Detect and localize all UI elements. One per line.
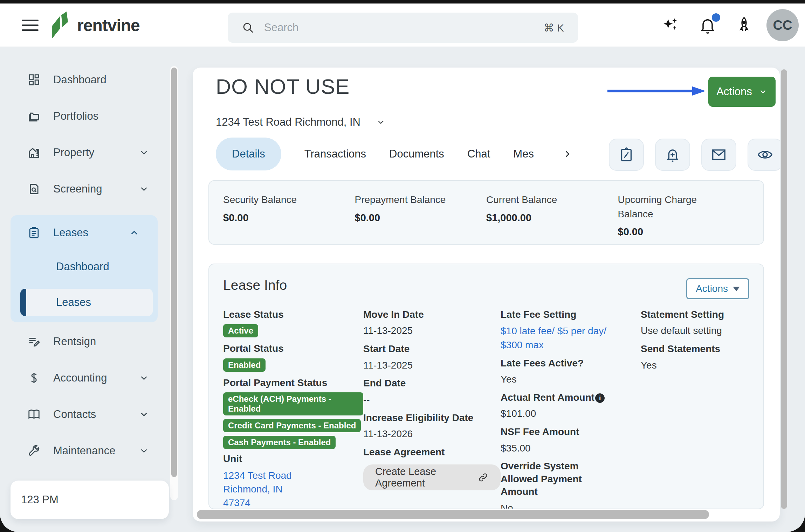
dollar-icon xyxy=(27,371,41,385)
user-avatar[interactable]: CC xyxy=(766,9,799,41)
sidebar-item-portfolios[interactable]: Portfolios xyxy=(0,106,182,126)
lease-info-actions-button[interactable]: Actions xyxy=(686,278,749,299)
rentvine-logo: rentvine xyxy=(50,10,140,41)
link-icon xyxy=(477,472,489,483)
sidebar-item-label: Contacts xyxy=(53,408,96,421)
search-input[interactable]: Search ⌘ K xyxy=(228,13,578,43)
property-home-icon xyxy=(27,146,41,159)
app-window: rentvine Search ⌘ K CC Dashboard Port xyxy=(0,4,805,532)
sidebar-item-label: Leases xyxy=(53,226,88,239)
tab-bar: Details Transactions Documents Chat Mes xyxy=(216,138,573,170)
email-button[interactable] xyxy=(701,139,736,171)
field-label: End Date xyxy=(363,377,501,390)
preview-eye-button[interactable] xyxy=(748,139,780,171)
balance-value: $0.00 xyxy=(355,212,487,224)
tab-transactions[interactable]: Transactions xyxy=(304,148,366,160)
field-label: Move In Date xyxy=(363,308,501,321)
chevron-down-icon xyxy=(139,147,149,158)
ai-sparkles-icon[interactable] xyxy=(661,15,681,35)
lease-info-column-2: Move In Date 11-13-2025 Start Date 11-13… xyxy=(363,308,501,490)
balance-label: Prepayment Balance xyxy=(355,193,487,207)
annotation-arrow xyxy=(607,85,706,97)
sidebar-group-leases: Leases Dashboard Leases xyxy=(11,215,158,322)
tab-documents[interactable]: Documents xyxy=(389,148,444,160)
balance-value: $0.00 xyxy=(618,226,750,238)
sidebar-item-label: Dashboard xyxy=(53,74,106,86)
sidebar-subitem-leases-leases[interactable]: Leases xyxy=(20,289,153,316)
field-value: 11-13-2026 xyxy=(363,427,501,441)
horizontal-scrollbar[interactable] xyxy=(195,510,777,520)
balance-item: Upcoming Charge Balance $0.00 xyxy=(618,193,750,232)
sidebar-item-label: Accounting xyxy=(53,372,107,384)
balance-label: Current Balance xyxy=(486,193,618,207)
late-fee-setting-link[interactable]: $10 late fee/ $5 per day/ $300 max xyxy=(501,324,620,351)
field-value: Use default setting xyxy=(641,324,749,337)
balances-summary: Security Balance $0.00 Prepayment Balanc… xyxy=(208,180,764,245)
field-value: No xyxy=(501,502,641,510)
sidebar-scrollbar-thumb[interactable] xyxy=(171,68,177,477)
avatar-initials: CC xyxy=(773,18,792,33)
create-lease-agreement-label: Create Lease Agreement xyxy=(375,466,470,489)
tab-messages-truncated[interactable]: Mes xyxy=(513,148,539,160)
lease-info-grid: Lease Status Active Portal Status Enable… xyxy=(223,308,749,509)
vertical-scrollbar[interactable] xyxy=(780,69,787,510)
chevron-down-icon xyxy=(139,409,149,420)
sidebar-item-property[interactable]: Property xyxy=(0,142,182,163)
lease-info-column-1: Lease Status Active Portal Status Enable… xyxy=(223,308,363,509)
sidebar-item-label: Rentsign xyxy=(53,335,96,348)
lease-info-column-4: Statement Setting Use default setting Se… xyxy=(641,308,749,377)
clipboard-pencil-icon xyxy=(618,147,634,163)
notification-dot xyxy=(712,13,720,22)
balance-item: Prepayment Balance $0.00 xyxy=(355,193,487,232)
chevron-down-icon xyxy=(139,446,149,456)
lease-info-column-3: Late Fee Setting $10 late fee/ $5 per da… xyxy=(501,308,641,509)
sidebar-item-rentsign[interactable]: Rentsign xyxy=(0,331,182,352)
field-label: Override System Allowed Payment Amount xyxy=(501,460,588,498)
field-label: Unit xyxy=(223,453,363,465)
rentvine-logo-icon xyxy=(50,12,72,39)
page-actions-button[interactable]: Actions xyxy=(708,77,776,107)
sidebar-item-screening[interactable]: Screening xyxy=(0,179,182,199)
balance-label: Upcoming Charge Balance xyxy=(618,193,702,221)
actions-button-label: Actions xyxy=(696,283,728,294)
tab-details[interactable]: Details xyxy=(216,138,281,170)
notifications-bell-icon[interactable] xyxy=(698,15,717,35)
field-label: Statement Setting xyxy=(641,308,749,321)
field-label: Late Fees Active? xyxy=(501,357,641,370)
status-badge: Active xyxy=(223,324,258,337)
field-label: Portal Status xyxy=(223,342,363,355)
create-lease-agreement-button[interactable]: Create Lease Agreement xyxy=(363,464,501,490)
sidebar-item-label: Property xyxy=(53,146,94,159)
sidebar-item-dashboard[interactable]: Dashboard xyxy=(0,70,182,90)
sidebar-scrollbar[interactable] xyxy=(170,66,178,500)
field-value: -- xyxy=(363,393,501,406)
sidebar-item-accounting[interactable]: Accounting xyxy=(0,368,182,388)
page-title: DO NOT USE xyxy=(216,75,350,99)
lease-info-card: Lease Info Actions Lease Status Active P… xyxy=(208,264,764,509)
chevron-down-icon xyxy=(758,87,768,96)
sidebar-item-maintenance[interactable]: Maintenance xyxy=(0,441,182,461)
balance-value: $0.00 xyxy=(223,212,355,224)
info-icon[interactable]: i xyxy=(595,393,605,403)
horizontal-scrollbar-thumb[interactable] xyxy=(197,510,709,519)
edit-note-button[interactable] xyxy=(609,139,644,171)
tab-scroll-right-icon[interactable] xyxy=(562,149,573,159)
rocket-icon[interactable] xyxy=(734,15,754,35)
address-selector[interactable]: 1234 Test Road Richmond, IN xyxy=(216,116,386,128)
main-content-card: DO NOT USE 1234 Test Road Richmond, IN A… xyxy=(193,68,780,522)
chevron-down-icon xyxy=(139,184,149,194)
vertical-scrollbar-thumb[interactable] xyxy=(781,69,787,509)
sidebar-item-leases[interactable]: Leases xyxy=(11,220,158,245)
wrench-icon xyxy=(27,444,41,457)
dashboard-grid-icon xyxy=(27,73,41,86)
folder-icon xyxy=(27,110,41,123)
caret-down-icon xyxy=(733,287,740,291)
sidebar-subitem-leases-dashboard[interactable]: Dashboard xyxy=(11,253,158,280)
notification-add-button[interactable] xyxy=(655,139,690,171)
search-shortcut: ⌘ K xyxy=(544,22,564,34)
sidebar-item-contacts[interactable]: Contacts xyxy=(0,404,182,425)
tab-chat[interactable]: Chat xyxy=(467,148,490,160)
hamburger-menu-icon[interactable] xyxy=(22,20,39,31)
unit-link[interactable]: 1234 Test Road Richmond, IN 47374 xyxy=(223,469,311,509)
field-label: Increase Eligibility Date xyxy=(363,412,501,424)
